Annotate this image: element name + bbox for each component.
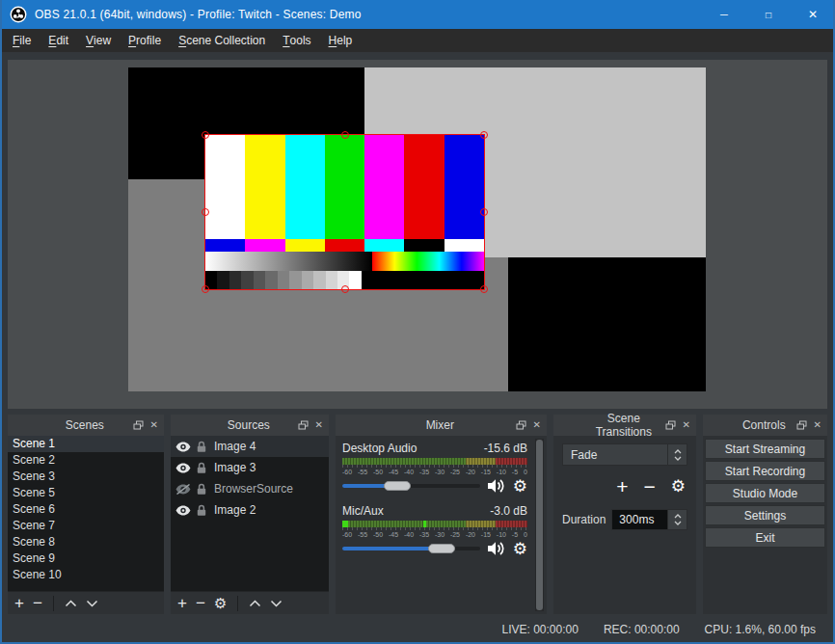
- tick-label: -45: [389, 469, 398, 475]
- menu-item-edit[interactable]: Edit: [40, 29, 77, 52]
- remove-scene-button[interactable]: −: [33, 595, 42, 611]
- lock-icon[interactable]: [196, 504, 207, 517]
- speaker-icon[interactable]: [487, 541, 506, 556]
- scene-list-item[interactable]: Scene 10: [8, 567, 164, 583]
- panel-title: Sources: [176, 418, 298, 432]
- move-scene-down-button[interactable]: [86, 600, 98, 607]
- scrollbar-thumb[interactable]: [536, 440, 543, 610]
- channel-settings-gear-icon[interactable]: ⚙: [513, 478, 527, 495]
- panel-title: Scene Transitions: [559, 412, 665, 439]
- gray-step: [278, 271, 289, 289]
- close-panel-icon[interactable]: ✕: [315, 420, 323, 430]
- scenes-panel-titlebar[interactable]: Scenes ✕: [8, 415, 164, 436]
- gray-step: [217, 271, 229, 289]
- start-streaming-button[interactable]: Start Streaming: [705, 439, 825, 459]
- float-panel-icon[interactable]: [516, 420, 526, 431]
- lock-icon[interactable]: [196, 483, 207, 496]
- menu-item-view[interactable]: View: [77, 29, 120, 52]
- start-recording-button[interactable]: Start Recording: [705, 461, 825, 481]
- scene-list-item[interactable]: Scene 2: [8, 452, 164, 469]
- source-properties-button[interactable]: ⚙: [214, 596, 227, 610]
- slider-handle[interactable]: [384, 481, 411, 491]
- add-source-button[interactable]: +: [177, 595, 187, 611]
- settings-button[interactable]: Settings: [705, 505, 825, 525]
- eye-icon[interactable]: [175, 463, 191, 473]
- lock-icon[interactable]: [196, 441, 207, 453]
- float-panel-icon[interactable]: [133, 420, 144, 431]
- close-panel-icon[interactable]: ✕: [683, 420, 690, 430]
- scene-rect-black-bottomright[interactable]: [508, 257, 706, 391]
- gray-gradient: [205, 252, 372, 271]
- volume-slider[interactable]: [342, 543, 480, 554]
- float-panel-icon[interactable]: [665, 420, 676, 431]
- transition-settings-gear-icon[interactable]: ⚙: [671, 478, 686, 495]
- mixer-scrollbar[interactable]: [535, 439, 544, 611]
- add-transition-button[interactable]: +: [616, 476, 628, 496]
- eye-slash-icon[interactable]: [175, 484, 191, 495]
- duration-spin-buttons[interactable]: [667, 510, 687, 529]
- menu-item-scene-collection[interactable]: Scene Collection: [170, 29, 274, 52]
- minimize-button[interactable]: ─: [702, 0, 746, 29]
- tick-label: -25: [450, 469, 460, 475]
- add-scene-button[interactable]: +: [14, 595, 24, 611]
- mixer-body: Desktop Audio -15.6 dB -60-55-50-45-40-3…: [336, 436, 547, 614]
- remove-source-button[interactable]: −: [196, 595, 205, 611]
- menu-item-file[interactable]: File: [4, 29, 40, 52]
- close-panel-icon[interactable]: ✕: [533, 420, 541, 430]
- scene-canvas[interactable]: [128, 67, 706, 391]
- float-panel-icon[interactable]: [298, 420, 309, 431]
- source-list-item[interactable]: BrowserSource: [171, 478, 329, 499]
- colorbars-image[interactable]: [205, 135, 484, 289]
- close-button[interactable]: ✕: [791, 0, 835, 29]
- source-list[interactable]: Image 4Image 3BrowserSourceImage 2: [171, 436, 329, 591]
- sources-panel-titlebar[interactable]: Sources ✕: [171, 415, 329, 436]
- controls-panel-titlebar[interactable]: Controls ✕: [703, 415, 827, 436]
- window-border: [0, 0, 2, 644]
- meter-tick-labels: -60-55-50-45-40-35-30-25-20-15-10-50: [342, 469, 527, 475]
- scene-list-item[interactable]: Scene 3: [8, 469, 164, 485]
- eye-icon[interactable]: [175, 505, 191, 516]
- move-source-down-button[interactable]: [270, 600, 283, 607]
- scene-list-item[interactable]: Scene 7: [8, 518, 164, 534]
- menu-item-profile[interactable]: Profile: [120, 29, 170, 52]
- eye-icon[interactable]: [175, 442, 191, 452]
- studio-mode-button[interactable]: Studio Mode: [705, 483, 825, 503]
- slider-handle[interactable]: [428, 544, 455, 553]
- source-list-item[interactable]: Image 3: [171, 457, 329, 478]
- move-source-up-button[interactable]: [249, 600, 261, 607]
- scene-list-item[interactable]: Scene 1: [8, 436, 164, 452]
- window-title: OBS 21.0.1 (64bit, windows) - Profile: T…: [35, 8, 362, 21]
- color-bar: [245, 135, 284, 239]
- transition-combo-arrows[interactable]: [667, 444, 687, 465]
- scene-list[interactable]: Scene 1Scene 2Scene 3Scene 5Scene 6Scene…: [8, 436, 164, 591]
- preview-area[interactable]: [8, 60, 827, 409]
- close-panel-icon[interactable]: ✕: [814, 420, 822, 430]
- tick-label: -35: [419, 469, 429, 475]
- scene-list-item[interactable]: Scene 5: [8, 485, 164, 501]
- mixer-panel-titlebar[interactable]: Mixer ✕: [336, 415, 547, 436]
- color-bar: [364, 135, 404, 239]
- menu-item-help[interactable]: Help: [320, 29, 362, 52]
- float-panel-icon[interactable]: [796, 420, 807, 431]
- move-scene-up-button[interactable]: [65, 600, 77, 607]
- colorbars-main-bars: [205, 135, 484, 239]
- lock-icon[interactable]: [196, 462, 207, 474]
- volume-slider[interactable]: [342, 480, 480, 492]
- menu-item-tools[interactable]: Tools: [274, 29, 319, 52]
- scene-list-item[interactable]: Scene 9: [8, 550, 164, 567]
- duration-spinbox[interactable]: 300ms: [611, 509, 687, 530]
- maximize-button[interactable]: □: [746, 0, 791, 29]
- close-panel-icon[interactable]: ✕: [150, 420, 158, 430]
- remove-transition-button[interactable]: −: [643, 476, 655, 496]
- transition-select[interactable]: Fade: [562, 443, 687, 466]
- transitions-panel-titlebar[interactable]: Scene Transitions ✕: [553, 415, 696, 436]
- tick-label: -60: [342, 469, 352, 475]
- source-list-item[interactable]: Image 2: [171, 499, 329, 521]
- channel-settings-gear-icon[interactable]: ⚙: [513, 541, 527, 557]
- gray-step: [337, 271, 349, 289]
- exit-button[interactable]: Exit: [705, 527, 825, 548]
- scene-list-item[interactable]: Scene 6: [8, 501, 164, 518]
- scene-list-item[interactable]: Scene 8: [8, 534, 164, 550]
- source-list-item[interactable]: Image 4: [171, 436, 329, 457]
- speaker-icon[interactable]: [487, 478, 506, 494]
